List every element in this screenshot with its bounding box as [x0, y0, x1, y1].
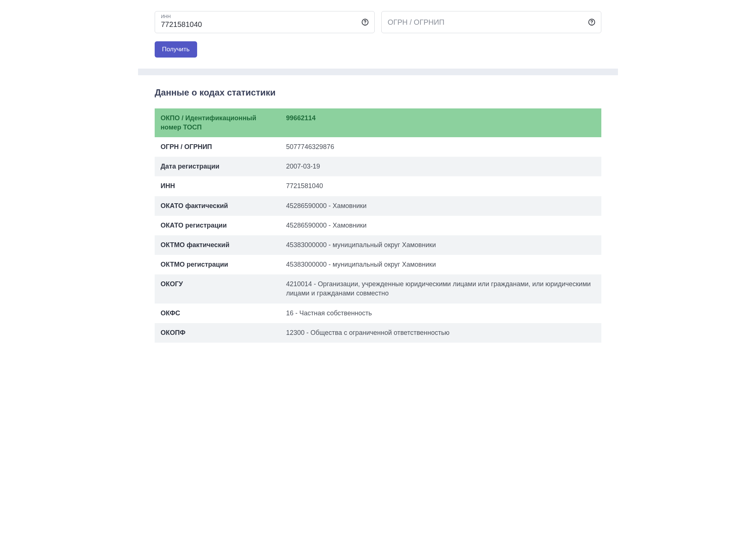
table-row: ОКТМО фактический45383000000 - муниципал… — [155, 235, 601, 255]
row-value: 16 - Частная собственность — [280, 304, 601, 323]
table-row: Дата регистрации2007-03-19 — [155, 157, 601, 176]
help-icon[interactable] — [588, 18, 596, 26]
row-value: 12300 - Общества с ограниченной ответств… — [280, 323, 601, 343]
table-row: ОКТМО регистрации45383000000 - муниципал… — [155, 255, 601, 274]
row-label: ОКТМО фактический — [155, 235, 280, 255]
row-value: 45286590000 - Хамовники — [280, 216, 601, 235]
stats-table: ОКПО / Идентификационный номер ТОСП99662… — [155, 108, 601, 343]
row-label: ОКАТО регистрации — [155, 216, 280, 235]
table-row: ОГРН / ОГРНИП5077746329876 — [155, 137, 601, 157]
row-value: 45286590000 - Хамовники — [280, 196, 601, 216]
row-value: 2007-03-19 — [280, 157, 601, 176]
row-label: ОКАТО фактический — [155, 196, 280, 216]
ogrn-field-wrap — [381, 11, 601, 33]
table-row: ОКОПФ12300 - Общества с ограниченной отв… — [155, 323, 601, 343]
row-label: ОКФС — [155, 304, 280, 323]
table-row: ОКАТО фактический45286590000 - Хамовники — [155, 196, 601, 216]
table-row: ОКФС16 - Частная собственность — [155, 304, 601, 323]
search-form: ИНН — [138, 11, 618, 69]
row-label: ОКПО / Идентификационный номер ТОСП — [155, 108, 280, 137]
results-section: Данные о кодах статистики ОКПО / Идентиф… — [138, 75, 618, 357]
results-title: Данные о кодах статистики — [155, 86, 601, 99]
row-value: 45383000000 - муниципальный округ Хамовн… — [280, 255, 601, 274]
row-label: ИНН — [155, 176, 280, 196]
svg-point-3 — [591, 24, 592, 24]
inn-label: ИНН — [161, 14, 171, 20]
row-label: ОКТМО регистрации — [155, 255, 280, 274]
row-value: 4210014 - Организации, учрежденные юриди… — [280, 274, 601, 303]
table-row: ОКОГУ4210014 - Организации, учрежденные … — [155, 274, 601, 303]
row-label: ОКОГУ — [155, 274, 280, 303]
inn-input[interactable] — [161, 20, 357, 29]
row-label: ОКОПФ — [155, 323, 280, 343]
ogrn-input[interactable] — [388, 18, 583, 27]
section-divider — [138, 69, 618, 75]
table-row: ОКАТО регистрации45286590000 - Хамовники — [155, 216, 601, 235]
row-value: 5077746329876 — [280, 137, 601, 157]
table-row: ОКПО / Идентификационный номер ТОСП99662… — [155, 108, 601, 137]
row-value: 7721581040 — [280, 176, 601, 196]
row-value: 99662114 — [280, 108, 601, 137]
row-label: ОГРН / ОГРНИП — [155, 137, 280, 157]
submit-button[interactable]: Получить — [155, 41, 197, 58]
row-label: Дата регистрации — [155, 157, 280, 176]
inn-field-wrap: ИНН — [155, 11, 375, 33]
svg-point-1 — [365, 24, 365, 24]
help-icon[interactable] — [361, 18, 369, 26]
row-value: 45383000000 - муниципальный округ Хамовн… — [280, 235, 601, 255]
table-row: ИНН7721581040 — [155, 176, 601, 196]
